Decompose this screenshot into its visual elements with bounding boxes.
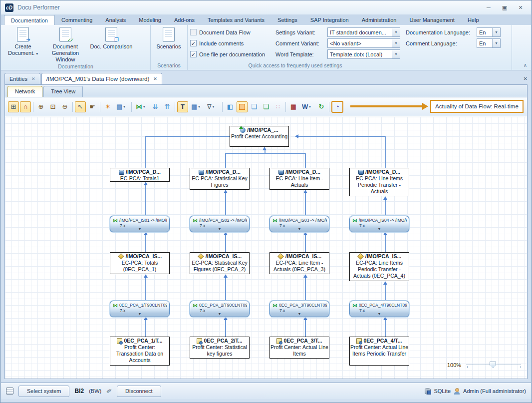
checkbox-box-icon[interactable]: ✓ <box>190 40 197 46</box>
combo-arrow-icon[interactable]: ▾ <box>392 28 400 36</box>
diagram-node-datasource-3[interactable]: 0EC_PCA_3/T... Profit Center: Actual Lin… <box>269 337 329 359</box>
diagram-node-datasource-1[interactable]: 0EC_PCA_1/T... Profit Center: Transactio… <box>110 337 170 366</box>
actuality-clock-icon[interactable]: ◔ <box>331 101 343 113</box>
diagram-node-cube-4[interactable]: /IMO/PCA_D... EC-PCA: Line Items Periodi… <box>349 168 409 196</box>
ribbon-tab-documentation[interactable]: Documentation <box>4 15 55 25</box>
word-template-select[interactable]: Template.dotx (Local) ▾ <box>327 49 400 59</box>
checkbox-box-icon[interactable] <box>190 29 197 35</box>
zoom-slider-thumb[interactable] <box>490 362 496 368</box>
diagram-node-cube-2[interactable]: /IMO/PCA_D... EC-PCA: Statistical Key Fi… <box>190 168 250 190</box>
collapse-arrow-icon[interactable]: ▼ <box>298 311 301 317</box>
zoom-out-icon[interactable]: ⊖ <box>59 101 70 112</box>
expand-all-icon[interactable]: ⇊ <box>150 101 161 112</box>
diagram-node-infosource-4[interactable]: /IMO/PCA_IS... EC-PCA: Line Items Period… <box>349 252 409 281</box>
create-document-button[interactable]: ➔ Create Document. ▾ <box>3 26 42 57</box>
magnet-snap-icon[interactable]: ∩ <box>20 101 31 112</box>
tab-tree-view[interactable]: Tree View <box>43 86 83 97</box>
filter-icon[interactable]: ∇▾ <box>205 101 220 112</box>
layers-all-icon[interactable]: ❏ <box>261 101 271 112</box>
diagram-transformation-1[interactable]: ▾transformation⋈/IMO/PCA_IS01 -> /IMO/PC… <box>110 216 170 232</box>
diagram-transformation-8[interactable]: ⋈0EC_PCA_4/T90CLNT090 -> /I... 7.x ▼ <box>349 301 409 317</box>
documentation-language-select[interactable]: En ▾ <box>477 27 501 37</box>
comment-language-select[interactable]: En ▾ <box>477 38 501 48</box>
ribbon-tab-templates[interactable]: Templates and Variants <box>201 15 271 25</box>
grid-snap-icon[interactable]: ⊞ <box>8 101 19 112</box>
highlight-color-icon[interactable] <box>237 101 248 112</box>
transformation-nodes-icon[interactable]: ⋈▾ <box>134 101 149 112</box>
combo-arrow-icon[interactable]: ▾ <box>492 39 500 47</box>
diagram-node-cube-3[interactable]: /IMO/PCA_D... EC-PCA: Line Item - Actual… <box>269 168 329 190</box>
format-painter-icon[interactable]: ◧ <box>225 101 236 112</box>
collapse-arrow-icon[interactable]: ▼ <box>378 226 381 232</box>
collapse-arrow-icon[interactable]: ▼ <box>218 226 222 232</box>
annotation-label: Actuality of Data Flow: Real-time <box>430 100 524 113</box>
collapse-arrow-icon[interactable]: ▼ <box>298 226 301 232</box>
diagram-node-infoarea[interactable]: /IMO/PCA_... Profit Center Accounting <box>230 126 289 147</box>
diagram-transformation-7[interactable]: ⋈0EC_PCA_3/T90CLNT090 -> /I... 7.x ▼ <box>269 301 329 317</box>
tab-entities[interactable]: Entities ✕ <box>4 73 40 84</box>
diagram-canvas[interactable]: /IMO/PCA_... Profit Center Accounting /I… <box>5 117 527 379</box>
zoom-region-icon[interactable]: ⊡ <box>47 101 58 112</box>
diagram-transformation-4[interactable]: ⋈/IMO/PCA_IS04 -> /IMO/PCA... 7.x ▼ <box>349 216 409 232</box>
diagram-node-infosource-1[interactable]: /IMO/PCA_IS... EC-PCA: Totals (0EC_PCA_1… <box>110 252 170 274</box>
checkbox-include-comments[interactable]: ✓ Include comments <box>190 39 269 47</box>
text-labels-icon[interactable]: T <box>177 101 188 112</box>
combo-arrow-icon[interactable]: ▾ <box>492 28 500 36</box>
diagram-transformation-6[interactable]: ⋈0EC_PCA_2/T90CLNT090 -> /I... 7.x ▼ <box>190 301 250 317</box>
tab-network[interactable]: Network <box>7 86 42 97</box>
pan-tool-icon[interactable]: ☛ <box>87 101 98 112</box>
document-generation-window-button[interactable]: ✓✓ Document Generation Window <box>42 26 88 63</box>
diagram-node-cube-1[interactable]: /IMO/PCA_D... EC-PCA: Totals1 <box>110 168 170 182</box>
ribbon-tab-sap-integration[interactable]: SAP Integration <box>304 15 355 25</box>
restore-button[interactable]: ▣ <box>500 4 509 11</box>
scenarios-button[interactable]: Scenarios <box>153 26 184 50</box>
ribbon-tab-settings[interactable]: Settings <box>271 15 304 25</box>
diagram-node-datasource-2[interactable]: 0EC_PCA_2/T... Profit Center: Statistica… <box>190 337 250 359</box>
diagram-node-infosource-2[interactable]: /IMO/PCA_IS... EC-PCA: Statistical Key F… <box>190 252 250 274</box>
diagram-node-datasource-4[interactable]: 0EC_PCA_4/T... Profit Center: Actual Lin… <box>349 337 409 366</box>
ribbon-tab-help[interactable]: Help <box>461 15 486 25</box>
auto-layout-icon[interactable]: ✶ <box>102 101 113 112</box>
ribbon-tab-commenting[interactable]: Commenting <box>55 15 99 25</box>
tab-close-icon[interactable]: ✕ <box>153 76 157 81</box>
collapse-arrow-icon[interactable]: ▼ <box>138 311 142 317</box>
doc-comparison-button[interactable]: ❐ Doc. Comparison <box>88 26 134 50</box>
ribbon-tab-analysis[interactable]: Analysis <box>99 15 132 25</box>
collapse-arrow-icon[interactable]: ▼ <box>378 311 381 317</box>
strip-close-button[interactable]: ✕ <box>524 76 528 81</box>
table-lookup-icon[interactable]: ▦▾ <box>189 101 204 112</box>
diagram-transformation-2[interactable]: ⋈/IMO/PCA_IS02 -> /IMO/PCA... 7.x ▼ <box>190 216 250 232</box>
comment-variant-select[interactable]: <No variant> ▾ <box>327 38 400 48</box>
layers-edit-icon[interactable]: ❏ <box>249 101 260 112</box>
zoom-in-icon[interactable]: ⊕ <box>35 101 46 112</box>
collapse-arrow-icon[interactable]: ▼ <box>138 226 142 232</box>
tab-data-flow[interactable]: /IMO/PCA_M01's Data Flow (downward) ✕ <box>41 73 162 84</box>
diagram-node-infosource-3[interactable]: /IMO/PCA_IS... EC-PCA: Line Item - Actua… <box>269 252 329 274</box>
grid-table-icon[interactable]: ▦ <box>288 101 299 112</box>
ribbon-tab-addons[interactable]: Add-ons <box>168 15 201 25</box>
diagram-transformation-5[interactable]: ⋈0EC_PCA_1/T90CLNT090 -> /I... 7.x ▼ <box>110 301 170 317</box>
collapse-all-icon[interactable]: ⇈ <box>162 101 173 112</box>
ribbon-tab-user-management[interactable]: User Management <box>403 15 461 25</box>
checkbox-one-file-per-documentation[interactable]: ✓ One file per documentation <box>190 50 269 58</box>
settings-variant-select[interactable]: IT standard documen... ▾ <box>327 27 400 37</box>
close-button[interactable]: ✕ <box>516 4 525 11</box>
ribbon-tab-administration[interactable]: Administration <box>355 15 403 25</box>
pointer-tool-icon[interactable]: ↖ <box>75 101 86 112</box>
minimize-button[interactable]: ─ <box>484 4 493 11</box>
combo-arrow-icon[interactable]: ▾ <box>392 39 400 47</box>
refresh-icon[interactable]: ↻ <box>316 101 327 112</box>
collapse-arrow-icon[interactable]: ▼ <box>218 311 222 317</box>
tab-close-icon[interactable]: ✕ <box>31 76 35 81</box>
checkbox-box-icon[interactable]: ✓ <box>190 51 197 57</box>
select-system-button[interactable]: Select system <box>18 386 69 397</box>
combo-arrow-icon[interactable]: ▾ <box>392 50 400 58</box>
checkbox-document-data-flow[interactable]: Document Data Flow <box>190 28 269 36</box>
zoom-slider[interactable] <box>466 362 521 369</box>
ribbon-tab-modeling[interactable]: Modeling <box>132 15 168 25</box>
diagram-transformation-3[interactable]: ⋈/IMO/PCA_IS03 -> /IMO/PCA... 7.x ▼ <box>269 216 329 232</box>
word-export-icon[interactable]: W▾ <box>300 101 315 112</box>
disconnect-button[interactable]: Disconnect <box>117 386 161 397</box>
layout-options-icon[interactable]: ▤▾ <box>114 101 129 112</box>
ribbon-collapse-button[interactable]: ∧ <box>524 62 527 68</box>
